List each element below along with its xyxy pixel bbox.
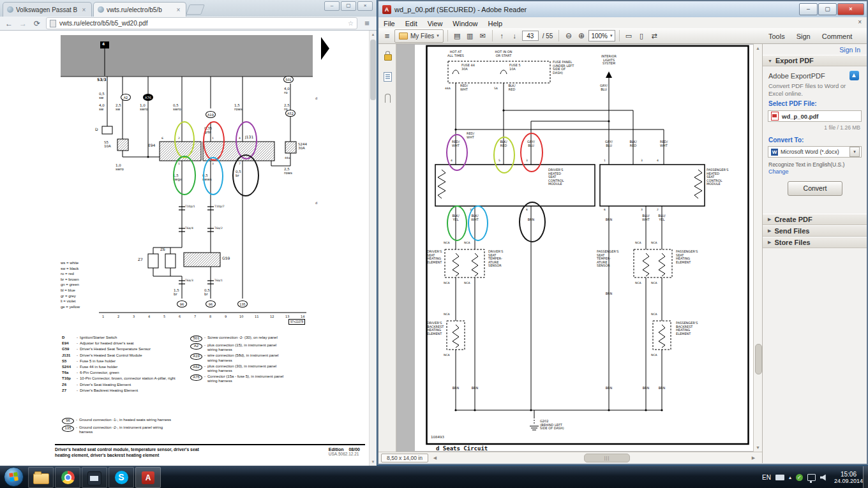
taskbar-explorer-button[interactable] [28,467,54,488]
desktop: Volkswagen Passat B × vwts.ru/electro/b5… [0,0,868,488]
legend-dash: - [204,336,206,342]
dropdown-arrow-icon[interactable]: ▾ [849,147,860,157]
fit-page-icon[interactable] [636,31,647,41]
print-icon[interactable] [465,31,475,41]
scrolling-mode-icon[interactable] [649,31,660,41]
zoom-in-icon[interactable] [576,31,587,41]
hidden-icons-arrow[interactable]: ▴ [789,475,791,480]
diagram-label: DRIVER'S SEAT TEMPER- ATURE SENSOR [488,250,503,268]
start-button[interactable] [4,467,24,487]
legend-code: S5 [62,359,75,364]
edition-code: USA.5062.12.21 [329,452,365,456]
attachments-icon[interactable] [385,94,391,103]
diagram-label: 0,5 swro [173,103,181,111]
circuit-node: 135 [237,300,248,307]
taskbar-adobe-reader-button[interactable]: A [135,467,161,488]
save-icon[interactable] [452,31,463,41]
legend-description: wire connection (58d), in instrument pan… [207,353,287,362]
taskbar-chrome-button[interactable] [55,467,80,488]
diagram-label: 0,5 br [204,288,210,296]
scroll-left-icon[interactable]: ◀ [431,453,439,462]
close-button[interactable]: × [357,1,373,11]
fit-width-icon[interactable] [624,31,634,41]
scrollbar-thumb[interactable] [755,344,762,374]
section-label: Export PDF [775,57,814,64]
browser-tab-1[interactable]: Volkswagen Passat B × [3,2,92,17]
export-pdf-section-header[interactable]: ▼ Export PDF [763,55,867,66]
scroll-up-icon[interactable]: ▲ [370,31,377,38]
legend-entry: T6a-6-Pin Connector, green [62,371,190,375]
maximize-button[interactable]: ▢ [341,1,356,11]
diagram-label: 1,5 rows [234,103,243,111]
scrollbar-thumb[interactable]: ||| [584,454,630,462]
diagram-label: FUSE PANEL (UNDER LEFT SIDE OF DASH) [553,61,574,75]
legend-entry: 135-Ground connection -2-, in instrument… [62,425,174,434]
horizontal-scrollbar[interactable]: ◀ ||| ▶ [431,453,758,462]
legend-code: D [62,336,75,340]
send-files-section-header[interactable]: ▶ Send Files [763,225,867,237]
diagram-label: BRN [602,387,615,390]
update-icon[interactable]: ✓ [796,474,803,481]
security-lock-icon[interactable] [384,54,392,61]
maximize-button[interactable]: ▢ [818,3,837,15]
tab-sign[interactable]: Sign [797,33,811,40]
reload-button[interactable]: ⟳ [32,19,42,28]
page-thumbnails-icon[interactable] [384,72,392,82]
volume-icon[interactable] [820,475,827,481]
sidebar-toggle-icon[interactable] [382,31,393,41]
tab-close-icon[interactable]: × [80,6,87,13]
bookmark-star-icon[interactable]: ☆ [348,20,354,27]
show-desktop-button[interactable] [863,466,868,488]
selected-file-box[interactable]: wd_p_00.pdf [768,110,862,122]
scroll-right-icon[interactable]: ▶ [749,453,758,462]
scroll-down-icon[interactable]: ▼ [370,458,377,466]
change-link[interactable]: Change [768,168,789,175]
legend-code: G59 [62,347,75,351]
explorer-folder-icon [33,473,49,484]
convert-button[interactable]: Convert [788,181,842,196]
zoom-out-icon[interactable] [563,31,574,41]
document-close-icon[interactable]: × [858,18,862,26]
scrollbar-thumb[interactable] [370,40,376,100]
legend-code: T6a [62,371,75,375]
tab-tools[interactable]: Tools [768,33,785,40]
minimize-button[interactable]: – [799,3,818,15]
circuit-node: 96 [177,300,187,307]
back-button[interactable]: ← [4,19,14,28]
network-icon[interactable] [807,474,816,481]
create-pdf-section-header[interactable]: ▶ Create PDF [763,214,867,225]
store-files-section-header[interactable]: ▶ Store Files [763,237,867,248]
previous-page-icon[interactable] [497,31,507,41]
taskbar-skype-button[interactable]: S [108,467,134,488]
title-bar[interactable]: A wd_p_00.pdf (SECURED) - Adobe Reader –… [378,1,867,17]
sign-in-link[interactable]: Sign In [839,46,860,54]
address-bar[interactable]: vwts.ru/electro/b5/b5_wd20.pdf ☆ [46,17,357,29]
diagram-label: 4 [102,42,105,47]
my-files-button[interactable]: My Files ▾ [394,29,444,43]
tab-close-icon[interactable]: × [175,6,182,13]
zoom-value: 100% [591,33,608,40]
zoom-level-dropdown[interactable]: 100% ▾ [588,30,615,41]
email-icon[interactable] [477,31,488,41]
format-dropdown[interactable]: W Microsoft Word (*.docx) ▾ [768,146,862,158]
vertical-scrollbar[interactable]: ▲ ▼ [753,44,762,452]
legend-line: ge = yellow [61,304,80,310]
legend-entry: D-Ignition/Starter Switch [62,336,190,340]
keyboard-icon[interactable] [775,475,784,480]
my-files-label: My Files [410,33,434,40]
close-button[interactable]: × [837,3,864,15]
scroll-up-icon[interactable]: ▲ [754,44,762,52]
next-page-icon[interactable] [509,31,520,41]
browser-tab-2-active[interactable]: vwts.ru/electro/b5/b × [93,2,186,17]
taskbar-clock[interactable]: 15:06 24.09.2014 [834,471,863,485]
vertical-scrollbar[interactable]: ▲ ▼ [369,31,377,466]
new-tab-button[interactable] [186,4,205,15]
chrome-menu-button[interactable]: ≡ [361,18,373,28]
page-number-input[interactable] [522,31,539,41]
minimize-button[interactable]: – [324,1,340,11]
taskbar-mail-app-button[interactable] [82,467,107,488]
scroll-down-icon[interactable]: ▼ [754,443,762,452]
language-indicator[interactable]: EN [762,474,771,481]
tab-comment[interactable]: Comment [822,33,853,40]
forward-button[interactable]: → [18,19,28,28]
